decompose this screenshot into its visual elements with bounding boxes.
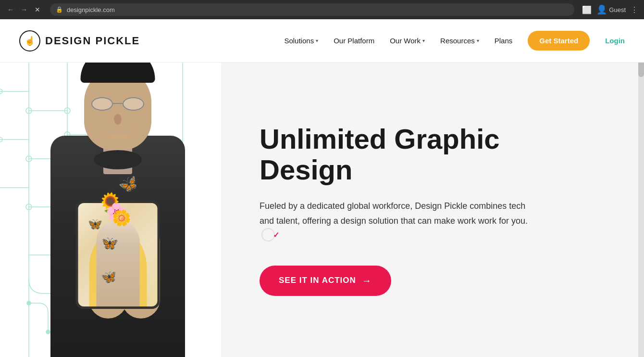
smile	[99, 126, 137, 138]
user-icon: 👤	[596, 4, 607, 15]
work-label: Our Work	[390, 37, 421, 45]
navbar: ☝ DESIGN PICKLE Solutions ▾ Our Platform…	[0, 19, 644, 63]
platform-label: Our Platform	[334, 37, 374, 45]
nav-solutions[interactable]: Solutions ▾	[284, 37, 318, 45]
white-flower: 🌼	[112, 209, 131, 227]
plans-label: Plans	[495, 37, 513, 45]
nav-links: Solutions ▾ Our Platform Our Work ▾ Reso…	[284, 31, 625, 51]
menu-button[interactable]: ⋮	[631, 5, 638, 14]
hero-title-line1: Unlimited Graphic	[260, 123, 500, 154]
lock-icon: 🔒	[56, 6, 63, 13]
browser-actions: ⬜ 👤 Guest ⋮	[582, 4, 638, 15]
tablet-butterfly: 🦋	[87, 217, 103, 232]
login-link[interactable]: Login	[605, 37, 625, 45]
logo-icon: ☝	[19, 30, 40, 51]
get-started-button[interactable]: Get Started	[528, 31, 590, 51]
nav-work[interactable]: Our Work ▾	[390, 37, 425, 45]
nose	[114, 114, 122, 125]
check-mark: ✓	[273, 229, 279, 242]
cta-label: SEE IT IN ACTION	[279, 276, 356, 285]
glasses-bridge	[113, 103, 123, 104]
logo-text: DESIGN PICKLE	[45, 35, 140, 47]
resources-chevron: ▾	[477, 38, 479, 43]
hero-image-area: 🦋 🌻 🌸 🌼 🦋 🦋 🦋	[0, 63, 221, 357]
resources-label: Resources	[440, 37, 475, 45]
user-label: Guest	[609, 6, 626, 13]
forward-button[interactable]: →	[19, 5, 29, 14]
window-button[interactable]: ⬜	[582, 5, 592, 14]
url-text: designpickle.com	[67, 6, 115, 13]
collar	[94, 150, 142, 169]
solutions-label: Solutions	[284, 37, 314, 45]
hero-title: Unlimited Graphic Design	[260, 124, 606, 185]
hero-description: Fueled by a dedicated global workforce, …	[260, 199, 529, 246]
right-eye-frame	[123, 97, 144, 111]
hair-wave	[99, 68, 142, 83]
butterfly-3: 🦋	[100, 269, 117, 286]
back-button[interactable]: ←	[6, 5, 15, 14]
checkmark-icon-group: ✓	[261, 228, 279, 242]
hero-content: Unlimited Graphic Design Fueled by a ded…	[221, 63, 644, 357]
nav-plans[interactable]: Plans	[495, 37, 513, 45]
left-eye-frame	[91, 97, 113, 111]
browser-chrome: ← → ✕ 🔒 designpickle.com ⬜ 👤 Guest ⋮	[0, 0, 644, 19]
address-bar[interactable]: 🔒 designpickle.com	[50, 3, 574, 16]
cta-arrow: →	[362, 275, 372, 286]
person-figure: 🦋 🌻 🌸 🌼 🦋 🦋 🦋	[14, 73, 221, 357]
work-chevron: ▾	[422, 38, 425, 43]
scrollbar[interactable]	[638, 19, 644, 357]
nav-resources[interactable]: Resources ▾	[440, 37, 479, 45]
hero-title-line2: Design	[260, 154, 352, 185]
nav-platform[interactable]: Our Platform	[334, 37, 374, 45]
woman-figure	[96, 220, 139, 306]
see-it-in-action-button[interactable]: SEE IT IN ACTION →	[260, 266, 391, 296]
user-account-button[interactable]: 👤 Guest	[596, 4, 626, 15]
solutions-chevron: ▾	[316, 38, 318, 43]
close-button[interactable]: ✕	[33, 5, 42, 14]
hero-section: 🦋 🌻 🌸 🌼 🦋 🦋 🦋 Unlimited Graphic Design F…	[0, 63, 644, 357]
logo[interactable]: ☝ DESIGN PICKLE	[19, 30, 140, 51]
hero-description-text: Fueled by a dedicated global workforce, …	[260, 201, 528, 226]
logo-symbol: ☝	[25, 36, 35, 46]
